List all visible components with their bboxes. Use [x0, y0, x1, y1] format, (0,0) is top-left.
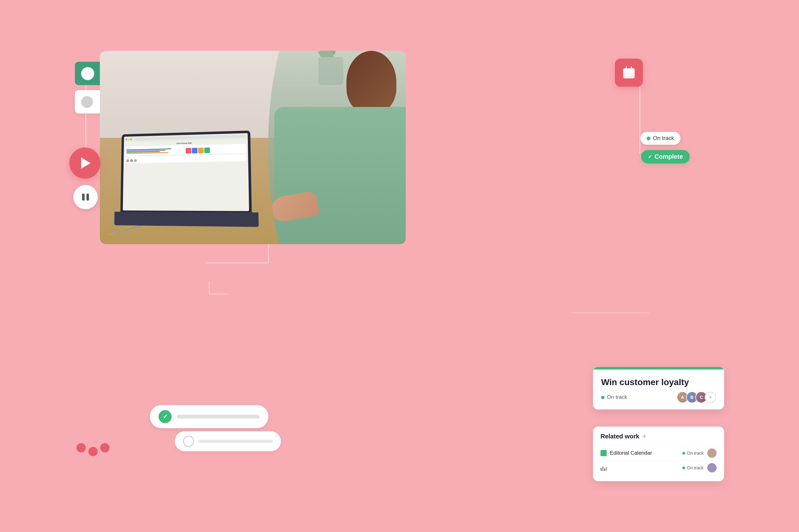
- woman-figure: [268, 51, 406, 244]
- related-item: Editorial Calendar On track: [600, 445, 716, 460]
- dot-1: [76, 443, 86, 453]
- mini-avatar-1: [707, 449, 716, 458]
- related-item-2: On track: [600, 460, 716, 475]
- mini-avatar-2: [707, 463, 716, 472]
- on-track-dot: [647, 137, 650, 140]
- on-track-badge: On track: [640, 132, 680, 145]
- dot-2: [88, 447, 98, 456]
- related-work-title: Related work: [600, 433, 639, 440]
- laptop-device: Good morning, Blake My Priorities Projec…: [121, 131, 252, 214]
- status-pill-1: On track: [682, 451, 704, 456]
- green-bar-dot: [81, 67, 94, 80]
- complete-badge: ✓ Complete: [641, 150, 690, 164]
- calendar-button[interactable]: [615, 59, 643, 87]
- loyalty-on-track: On track: [601, 394, 627, 400]
- related-work-card: Related work + Editorial Calendar On tra…: [593, 426, 724, 481]
- status-text-1: On track: [687, 451, 704, 456]
- svg-rect-15: [629, 74, 631, 76]
- pause-button[interactable]: [73, 185, 98, 209]
- related-add-button[interactable]: +: [642, 433, 646, 440]
- avatar-plus: +: [705, 392, 716, 403]
- check-circle: ✓: [159, 410, 172, 423]
- calendar-icon: [622, 65, 636, 80]
- pause-icon: [82, 194, 89, 201]
- avatar-group: A B C +: [677, 391, 716, 403]
- gray-bar-dot: [81, 96, 93, 108]
- status-text-2: On track: [687, 465, 704, 470]
- status-dot-1: [682, 452, 685, 455]
- bottom-ring-item: [175, 431, 281, 451]
- loyalty-card-accent: [593, 367, 724, 369]
- ring-circle: [183, 436, 194, 447]
- hero-photo: Good morning, Blake My Priorities Projec…: [100, 51, 406, 244]
- loyalty-status-text: On track: [607, 394, 627, 400]
- check-line: [177, 415, 260, 418]
- loyalty-dot: [601, 396, 604, 399]
- check-circle-icon: ✓: [163, 413, 168, 420]
- on-track-text: On track: [653, 135, 674, 141]
- loyalty-card-title: Win customer loyalty: [601, 377, 716, 387]
- status-pill-2: On track: [682, 465, 704, 470]
- svg-rect-14: [625, 74, 628, 76]
- complete-text: Complete: [654, 153, 683, 160]
- loyalty-card: Win customer loyalty On track A B C: [593, 367, 724, 410]
- status-dot-2: [682, 467, 685, 469]
- svg-rect-11: [623, 71, 635, 73]
- related-item-name-1: Editorial Calendar: [610, 450, 652, 456]
- ring-line: [199, 440, 273, 443]
- editorial-calendar-icon: [600, 450, 607, 456]
- three-dots-icon: [76, 439, 110, 456]
- play-button[interactable]: [69, 148, 101, 179]
- play-icon: [81, 157, 91, 169]
- dot-3: [100, 443, 110, 453]
- complete-check-icon: ✓: [648, 154, 652, 160]
- bar-chart-icon: [600, 464, 607, 471]
- bottom-check-item: ✓: [150, 405, 268, 428]
